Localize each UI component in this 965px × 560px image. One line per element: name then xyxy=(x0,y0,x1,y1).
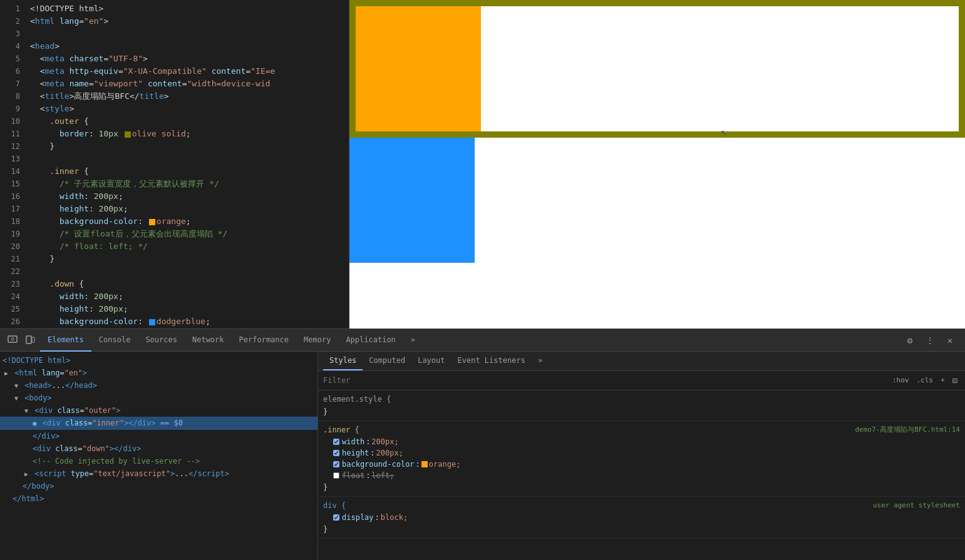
dom-line[interactable]: <!-- Code injected by live-server --> xyxy=(0,455,317,467)
styles-prop-checkbox[interactable] xyxy=(333,514,339,521)
styles-prop-value[interactable]: orange; xyxy=(429,459,461,470)
styles-prop-line: width: 200px; xyxy=(323,436,960,447)
styles-prop-value[interactable]: left; xyxy=(371,470,394,481)
code-line: 1<!DOCTYPE html> xyxy=(0,3,349,15)
styles-prop-line: display: block; xyxy=(323,512,960,523)
devtools-content: <!DOCTYPE html>▶ <html lang="en">▼ <head… xyxy=(0,352,965,560)
dom-line[interactable]: ▼ <div class="outer"> xyxy=(0,404,317,417)
code-line: 7 <meta name="viewport" content="width=d… xyxy=(0,78,349,90)
styles-rule-close: } xyxy=(323,481,960,494)
dom-line[interactable]: <div class="down"></div> xyxy=(0,442,317,455)
styles-prop-checkbox[interactable] xyxy=(333,439,339,445)
dom-line[interactable]: ▼ <body> xyxy=(0,392,317,404)
code-line: 19 /* 设置float后，父元素会出现高度塌陷 */ xyxy=(0,228,349,240)
styles-rule: element.style {} xyxy=(318,390,965,421)
svg-rect-2 xyxy=(26,336,31,344)
dom-panel[interactable]: <!DOCTYPE html>▶ <html lang="en">▼ <head… xyxy=(0,352,318,560)
code-line: 23 .down { xyxy=(0,278,349,290)
expand-btn[interactable]: ⊡ xyxy=(950,374,960,387)
close-devtools-icon[interactable]: ✕ xyxy=(942,333,957,348)
styles-subtab-styles[interactable]: Styles xyxy=(323,352,363,370)
cls-filter-btn[interactable]: .cls xyxy=(914,374,936,387)
styles-rule-selector: demo7-高度塌陷与BFC.html:14.inner { xyxy=(323,424,960,436)
devtools-panel: ElementsConsoleSourcesNetworkPerformance… xyxy=(0,328,965,560)
styles-rule: demo7-高度塌陷与BFC.html:14.inner {width: 200… xyxy=(318,421,965,497)
code-line: 14 .inner { xyxy=(0,165,349,178)
styles-filter-input[interactable] xyxy=(323,376,890,385)
devtools-toolbar: ElementsConsoleSourcesNetworkPerformance… xyxy=(0,329,965,352)
styles-prop-checkbox[interactable] xyxy=(333,461,339,467)
devtools-more-tabs[interactable]: » xyxy=(403,329,423,352)
settings-icon[interactable]: ⚙ xyxy=(902,333,917,348)
hov-filter-btn[interactable]: :hov xyxy=(890,374,912,387)
dom-line[interactable]: </html> xyxy=(0,492,317,505)
styles-subtab-event-listeners[interactable]: Event Listeners xyxy=(452,352,532,370)
styles-prop-line: background-color: orange; xyxy=(323,459,960,470)
devtools-tab-network[interactable]: Network xyxy=(185,329,232,352)
devtools-tab-elements[interactable]: Elements xyxy=(40,329,91,352)
code-editor: 1<!DOCTYPE html>2<html lang="en">34<head… xyxy=(0,0,349,328)
dom-line[interactable]: ◉ <div class="inner"></div> == $0 xyxy=(0,417,317,430)
code-line: 12 } xyxy=(0,140,349,153)
styles-subtab-»[interactable]: » xyxy=(532,352,549,370)
styles-prop-line: height: 200px; xyxy=(323,447,960,459)
styles-rule-selector: user agent stylesheetdiv { xyxy=(323,499,960,512)
add-rule-btn[interactable]: + xyxy=(938,374,947,387)
dom-line[interactable]: ▼ <head>...</head> xyxy=(0,379,317,392)
code-line: 21 } xyxy=(0,253,349,265)
styles-prop-value[interactable]: 200px; xyxy=(371,436,398,447)
code-line: 25 height: 200px; xyxy=(0,303,349,315)
color-swatch[interactable] xyxy=(421,461,428,467)
code-line: 24 width: 200px; xyxy=(0,290,349,303)
styles-prop-value[interactable]: block; xyxy=(381,512,408,523)
preview-down-div xyxy=(349,138,475,263)
styles-subtab-computed[interactable]: Computed xyxy=(363,352,411,370)
devtools-tabs: ElementsConsoleSourcesNetworkPerformance… xyxy=(40,329,902,352)
dom-line[interactable]: </div> xyxy=(0,430,317,442)
styles-panel: StylesComputedLayoutEvent Listeners» :ho… xyxy=(318,352,965,560)
styles-prop-name[interactable]: height xyxy=(342,447,369,459)
svg-point-1 xyxy=(11,338,14,340)
styles-rule-source: demo7-高度塌陷与BFC.html:14 xyxy=(855,424,960,436)
styles-filter-bar: :hov .cls + ⊡ xyxy=(318,371,965,390)
devtools-tab-memory[interactable]: Memory xyxy=(296,329,338,352)
code-line: 2<html lang="en"> xyxy=(0,15,349,28)
devtools-tab-console[interactable]: Console xyxy=(91,329,138,352)
code-line: 16 width: 200px; xyxy=(0,190,349,203)
styles-prop-name[interactable]: float xyxy=(342,470,364,481)
code-line: 17 height: 200px; xyxy=(0,203,349,215)
dom-line[interactable]: ▶ <script type="text/javascript">...</sc… xyxy=(0,467,317,480)
devtools-tab-performance[interactable]: Performance xyxy=(232,329,296,352)
code-line: 11 border: 10px olive solid; xyxy=(0,128,349,140)
dom-line[interactable]: <!DOCTYPE html> xyxy=(0,354,317,367)
code-line: 9 <style> xyxy=(0,103,349,115)
code-line: 4<head> xyxy=(0,40,349,53)
code-line: 20 /* float: left; */ xyxy=(0,240,349,253)
devtools-tab-sources[interactable]: Sources xyxy=(138,329,185,352)
code-line: 22 xyxy=(0,265,349,278)
styles-prop-checkbox[interactable] xyxy=(333,450,339,456)
styles-prop-name[interactable]: background-color xyxy=(342,459,415,470)
inspect-element-icon[interactable] xyxy=(5,333,20,348)
code-line: 5 <meta charset="UTF-8"> xyxy=(0,53,349,65)
styles-prop-name[interactable]: width xyxy=(342,436,364,447)
styles-rule-source: user agent stylesheet xyxy=(873,499,960,512)
devtools-tab-application[interactable]: Application xyxy=(338,329,403,352)
styles-prop-checkbox[interactable] xyxy=(333,472,339,479)
svg-rect-3 xyxy=(32,337,34,342)
dom-line[interactable]: ▶ <html lang="en"> xyxy=(0,367,317,379)
styles-subtabs: StylesComputedLayoutEvent Listeners» xyxy=(318,352,965,371)
preview-panel: ↖ xyxy=(349,0,965,328)
styles-prop-name[interactable]: display xyxy=(342,512,374,523)
more-options-icon[interactable]: ⋮ xyxy=(922,333,937,348)
styles-prop-line: float: left; xyxy=(323,470,960,481)
styles-subtab-layout[interactable]: Layout xyxy=(411,352,451,370)
code-line: 18 background-color: orange; xyxy=(0,215,349,228)
device-mode-icon[interactable] xyxy=(23,333,38,348)
dom-line[interactable]: </body> xyxy=(0,480,317,492)
code-line: 26 background-color: dodgerblue; xyxy=(0,315,349,328)
styles-filter-btns: :hov .cls + ⊡ xyxy=(890,374,960,387)
styles-rules: element.style {}demo7-高度塌陷与BFC.html:14.i… xyxy=(318,390,965,539)
styles-prop-value[interactable]: 200px; xyxy=(376,447,403,459)
code-line: 10 .outer { xyxy=(0,115,349,128)
